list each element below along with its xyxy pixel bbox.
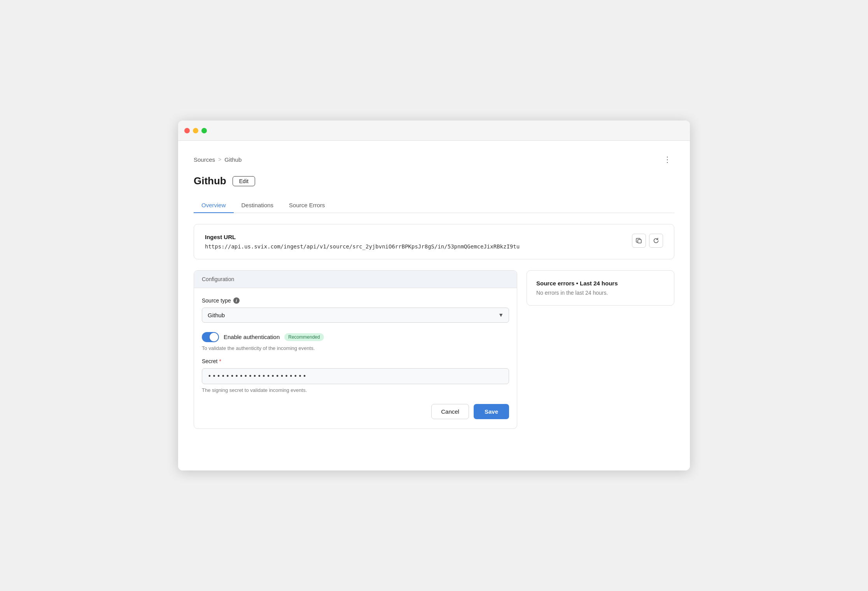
svg-rect-0 — [638, 240, 641, 243]
source-type-info-icon: i — [233, 297, 240, 304]
required-star: * — [219, 358, 221, 364]
ingest-url-content: Ingest URL https://api.us.svix.com/inges… — [205, 234, 520, 250]
tabs-bar: Overview Destinations Source Errors — [194, 198, 674, 213]
refresh-icon — [653, 238, 659, 244]
configuration-panel: Configuration Source type i Github GitLa… — [194, 270, 517, 429]
breadcrumb: Sources > Github ⋮ — [194, 153, 674, 166]
ingest-url-card: Ingest URL https://api.us.svix.com/inges… — [194, 224, 674, 259]
titlebar — [178, 121, 690, 141]
edit-button[interactable]: Edit — [233, 176, 255, 186]
more-menu-button[interactable]: ⋮ — [660, 153, 674, 166]
page-title: Github — [194, 175, 226, 187]
source-errors-panel: Source errors • Last 24 hours No errors … — [527, 270, 674, 306]
page-title-row: Github Edit — [194, 175, 674, 187]
save-button[interactable]: Save — [474, 404, 509, 419]
recommended-badge: Recommended — [284, 333, 324, 341]
main-content: Sources > Github ⋮ Github Edit Overview … — [178, 141, 690, 470]
errors-title: Source errors • Last 24 hours — [536, 280, 665, 287]
secret-hint: The signing secret to validate incoming … — [202, 387, 509, 393]
configuration-header: Configuration — [194, 271, 517, 288]
source-type-select[interactable]: Github GitLab Bitbucket Generic — [202, 308, 509, 323]
source-type-label: Source type i — [202, 297, 509, 304]
breadcrumb-sources[interactable]: Sources — [194, 156, 215, 163]
bottom-layout: Configuration Source type i Github GitLa… — [194, 270, 674, 429]
ingest-url-value: https://api.us.svix.com/ingest/api/v1/so… — [205, 243, 520, 250]
tab-overview[interactable]: Overview — [194, 198, 234, 213]
copy-icon — [636, 238, 642, 244]
traffic-lights — [184, 128, 207, 133]
auth-label: Enable authentication — [224, 334, 280, 340]
secret-input[interactable] — [202, 368, 509, 384]
auth-description: To validate the authenticity of the inco… — [202, 345, 509, 351]
auth-row: Enable authentication Recommended — [202, 332, 509, 342]
app-window: Sources > Github ⋮ Github Edit Overview … — [178, 121, 690, 470]
ingest-actions — [632, 234, 663, 248]
minimize-button[interactable] — [193, 128, 198, 133]
cancel-button[interactable]: Cancel — [431, 404, 469, 419]
auth-toggle[interactable] — [202, 332, 219, 342]
errors-description: No errors in the last 24 hours. — [536, 290, 665, 296]
configuration-body: Source type i Github GitLab Bitbucket Ge… — [194, 288, 517, 428]
maximize-button[interactable] — [201, 128, 207, 133]
tab-destinations[interactable]: Destinations — [234, 198, 282, 213]
form-actions: Cancel Save — [202, 404, 509, 419]
source-type-wrapper: Github GitLab Bitbucket Generic ▼ — [202, 308, 509, 323]
toggle-knob — [210, 333, 218, 341]
tab-source-errors[interactable]: Source Errors — [281, 198, 333, 213]
breadcrumb-separator: > — [218, 156, 221, 163]
copy-url-button[interactable] — [632, 234, 646, 248]
refresh-url-button[interactable] — [649, 234, 663, 248]
breadcrumb-current: Github — [224, 156, 242, 163]
ingest-url-label: Ingest URL — [205, 234, 520, 240]
secret-label: Secret * — [202, 358, 509, 364]
close-button[interactable] — [184, 128, 190, 133]
